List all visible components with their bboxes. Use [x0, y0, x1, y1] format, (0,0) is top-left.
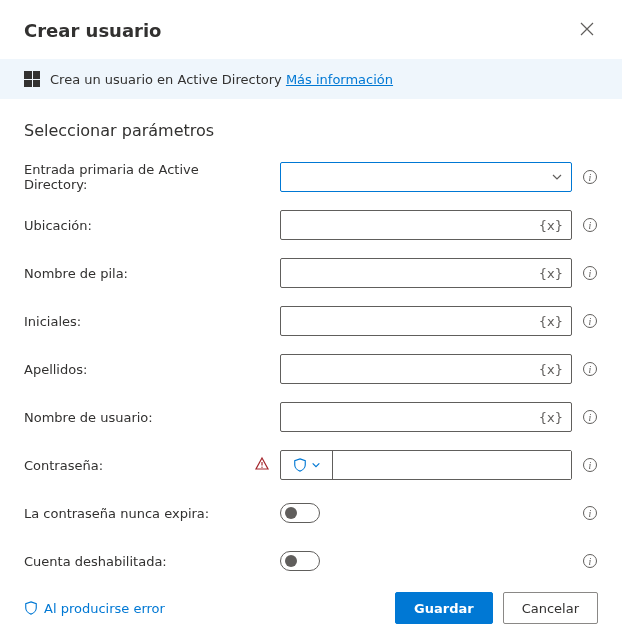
row-username: Nombre de usuario: {x} i [24, 402, 598, 432]
initials-input[interactable] [289, 314, 533, 329]
row-location: Ubicación: {x} i [24, 210, 598, 240]
close-icon [580, 22, 594, 36]
label-last-name: Apellidos: [24, 362, 254, 377]
account-disabled-toggle[interactable] [280, 551, 320, 571]
main-content: Seleccionar parámetros Entrada primaria … [0, 99, 622, 576]
username-input-wrap: {x} [280, 402, 572, 432]
info-banner: Crea un usuario en Active Directory Más … [0, 59, 622, 99]
dialog-header: Crear usuario [0, 0, 622, 59]
variable-token-icon[interactable]: {x} [533, 410, 563, 425]
warning-icon [254, 456, 270, 475]
label-initials: Iniciales: [24, 314, 254, 329]
initials-input-wrap: {x} [280, 306, 572, 336]
row-disabled: Cuenta deshabilitada: i [24, 546, 598, 576]
info-icon[interactable]: i [583, 410, 597, 424]
label-username: Nombre de usuario: [24, 410, 254, 425]
password-input-wrap [280, 450, 572, 480]
windows-logo-icon [24, 71, 40, 87]
row-never-expires: La contraseña nunca expira: i [24, 498, 598, 528]
label-first-name: Nombre de pila: [24, 266, 254, 281]
info-icon[interactable]: i [583, 314, 597, 328]
first-name-input[interactable] [289, 266, 533, 281]
row-password: Contraseña: i [24, 450, 598, 480]
variable-token-icon[interactable]: {x} [533, 218, 563, 233]
footer-actions: Guardar Cancelar [395, 592, 598, 624]
info-icon[interactable]: i [583, 554, 597, 568]
row-last-name: Apellidos: {x} i [24, 354, 598, 384]
info-icon[interactable]: i [583, 362, 597, 376]
row-first-name: Nombre de pila: {x} i [24, 258, 598, 288]
username-input[interactable] [289, 410, 533, 425]
variable-token-icon[interactable]: {x} [533, 314, 563, 329]
close-button[interactable] [576, 18, 598, 43]
ad-entry-dropdown[interactable] [280, 162, 572, 192]
never-expires-toggle[interactable] [280, 503, 320, 523]
location-input-wrap: {x} [280, 210, 572, 240]
last-name-input-wrap: {x} [280, 354, 572, 384]
label-ad-entry: Entrada primaria de Active Directory: [24, 162, 254, 192]
svg-point-1 [261, 466, 262, 467]
dialog-title: Crear usuario [24, 20, 162, 41]
row-initials: Iniciales: {x} i [24, 306, 598, 336]
dialog-footer: Al producirse error Guardar Cancelar [0, 576, 622, 644]
cancel-button[interactable]: Cancelar [503, 592, 598, 624]
shield-icon [293, 458, 307, 472]
info-icon[interactable]: i [583, 218, 597, 232]
label-disabled: Cuenta deshabilitada: [24, 554, 254, 569]
label-password: Contraseña: [24, 458, 254, 473]
password-mode-button[interactable] [281, 451, 333, 479]
info-icon[interactable]: i [583, 458, 597, 472]
variable-token-icon[interactable]: {x} [533, 362, 563, 377]
last-name-input[interactable] [289, 362, 533, 377]
password-input[interactable] [333, 451, 571, 479]
info-icon[interactable]: i [583, 266, 597, 280]
on-error-link[interactable]: Al producirse error [24, 601, 165, 616]
on-error-label: Al producirse error [44, 601, 165, 616]
info-icon[interactable]: i [583, 170, 597, 184]
row-ad-entry: Entrada primaria de Active Directory: i [24, 162, 598, 192]
more-info-link[interactable]: Más información [286, 72, 393, 87]
location-input[interactable] [289, 218, 533, 233]
shield-outline-icon [24, 601, 38, 615]
chevron-down-icon [551, 171, 563, 183]
first-name-input-wrap: {x} [280, 258, 572, 288]
variable-token-icon[interactable]: {x} [533, 266, 563, 281]
section-title: Seleccionar parámetros [24, 121, 598, 140]
chevron-down-icon [311, 460, 321, 470]
label-location: Ubicación: [24, 218, 254, 233]
banner-text: Crea un usuario en Active Directory [50, 72, 282, 87]
label-never-expires: La contraseña nunca expira: [24, 506, 254, 521]
save-button[interactable]: Guardar [395, 592, 493, 624]
info-icon[interactable]: i [583, 506, 597, 520]
